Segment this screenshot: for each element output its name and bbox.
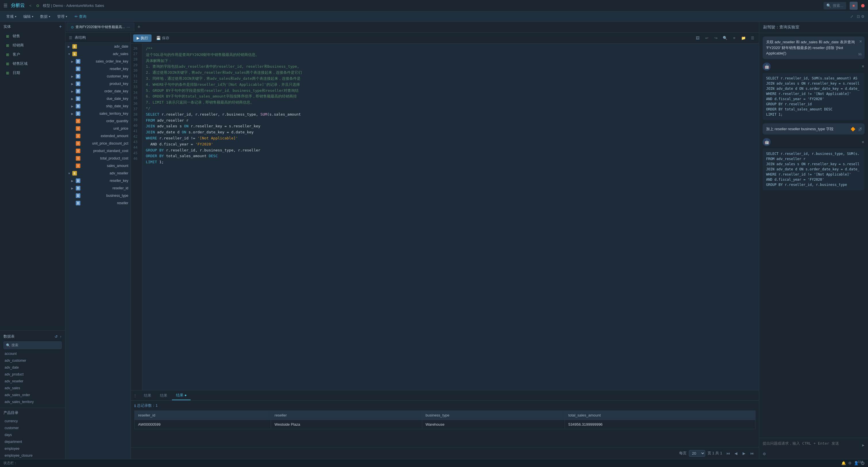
user-avatar[interactable]: ■ — [849, 2, 858, 10]
entity-label-date: 日期 — [12, 70, 20, 75]
statusbar-settings-icon[interactable]: ⚙ — [848, 461, 851, 465]
table-item-department[interactable]: department — [0, 438, 65, 445]
table-item-adv-reseller[interactable]: adv_reseller — [0, 378, 65, 385]
sidebar-item-date[interactable]: ⊞ 日期 — [0, 68, 65, 77]
tree-item-sales-territory-key[interactable]: ▶ D sales_territory_key — [65, 110, 131, 117]
tree-item-due-date-key[interactable]: ▶ D due_date_key — [65, 95, 131, 102]
execute-button[interactable]: ▶ 执行 — [133, 34, 152, 42]
entity-list: ⊞ 销售 ⊞ 经销商 ⊞ 客户 ⊞ 销售区域 ⊞ 日期 — [0, 32, 65, 330]
sidebar-add-button[interactable]: + — [59, 24, 62, 29]
tree-item-upd-pct[interactable]: I unit_price_discount_pct — [65, 140, 131, 147]
toolbar-icon-open[interactable]: 📁 — [739, 34, 747, 42]
tree-item-sales-amount[interactable]: I sales_amount — [65, 162, 131, 170]
menu-item-query[interactable]: ✏ 查询 — [71, 13, 90, 20]
table-item-currency[interactable]: currency — [0, 418, 65, 425]
save-button[interactable]: 💾 保存 — [153, 34, 173, 42]
tree-item-ship-date-key[interactable]: ▶ D ship_date_key — [65, 102, 131, 110]
tree-item-adv-sales[interactable]: ▼ E adv_sales — [65, 50, 131, 58]
ai-close-2[interactable]: ✕ — [861, 140, 865, 144]
tab-add[interactable]: + — [135, 23, 143, 31]
toolbar-icon-image[interactable]: 🖼 — [693, 34, 702, 42]
menu-general-label: 常规 — [6, 14, 14, 19]
fullscreen-icon[interactable]: ⊡ — [857, 14, 860, 19]
avatar-icon: ■ — [852, 3, 855, 8]
tree-item-adv-reseller[interactable]: ▼ E adv_reseller — [65, 170, 131, 177]
tree-item-total-product-cost[interactable]: I total_product_cost — [65, 155, 131, 162]
nav-back-icon[interactable]: < — [29, 3, 32, 8]
expand-icon[interactable]: ⤢ — [850, 14, 854, 19]
tree-item-sales-order-line-key[interactable]: ▶ D sales_order_line_key — [65, 58, 131, 65]
tree-item-unit-price[interactable]: I unit_price — [65, 125, 131, 132]
toolbar-icon-search[interactable]: 🔍 — [721, 34, 729, 42]
page-prev-btn[interactable]: ◀ — [733, 450, 739, 457]
col-reseller: reseller — [271, 411, 422, 420]
tree-item-business-type[interactable]: D business_type — [65, 192, 131, 199]
tab-more-icon[interactable]: ⋯ — [127, 25, 130, 29]
table-item-customer[interactable]: customer — [0, 425, 65, 431]
result-tab-1[interactable]: 结果 — [140, 391, 155, 400]
table-item-adv-sales-territory[interactable]: adv_sales_territory — [0, 398, 65, 405]
refresh-icon[interactable]: ↺ — [55, 334, 58, 339]
table-item-employee[interactable]: employee — [0, 445, 65, 452]
menu-item-edit[interactable]: 编辑 ▾ — [20, 13, 36, 20]
ai-text-input[interactable] — [763, 441, 859, 449]
table-item-days[interactable]: days — [0, 431, 65, 438]
statusbar-bell-icon[interactable]: 🔔 — [841, 461, 846, 465]
search-placeholder: 搜索... — [833, 3, 843, 8]
page-last-btn[interactable]: ⏭ — [749, 450, 755, 457]
tree-item-reseller[interactable]: D reseller — [65, 199, 131, 207]
table-item-adv-product[interactable]: adv_product — [0, 371, 65, 378]
menu-icon[interactable]: ☰ — [3, 3, 7, 8]
tab-query[interactable]: ⊙ 查询FY2020财年中销售额最高... ⋯ — [67, 23, 134, 32]
search-bar[interactable]: 🔍 搜索... — [824, 2, 846, 9]
table-item-employee-closure[interactable]: employee_closure — [0, 452, 65, 459]
upload-icon[interactable]: ↑ — [60, 334, 62, 339]
table-item-adv-sales[interactable]: adv_sales — [0, 385, 65, 392]
result-tab-2[interactable]: 结果 — [156, 391, 172, 400]
page-next-btn[interactable]: ▶ — [741, 450, 747, 457]
sidebar-item-territory[interactable]: ⊞ 销售区域 — [0, 59, 65, 68]
tree-item-customer-key[interactable]: ▶ D customer_key — [65, 73, 131, 80]
menu-item-data[interactable]: 数据 ▾ — [37, 13, 53, 20]
results-tab-menu-icon[interactable]: ⋮ — [133, 393, 137, 398]
settings-icon[interactable]: ⚙ — [861, 14, 865, 19]
sidebar-item-customer[interactable]: ⊞ 客户 — [0, 50, 65, 59]
tree-item-product-key[interactable]: ▶ D product_key — [65, 80, 131, 88]
msg-close-1[interactable]: ✕ — [859, 39, 862, 44]
code-editor[interactable]: 26 27 28 29 30 31 32 33 34 35 36 37 38 3… — [131, 43, 759, 390]
sidebar-item-sales[interactable]: ⊞ 销售 — [0, 32, 65, 41]
ai-tools: ⚙ — [763, 452, 865, 456]
table-search-input[interactable]: 🔍 搜索 — [3, 341, 62, 349]
toolbar-icon-format[interactable]: ≡ — [730, 34, 738, 42]
toolbar-icon-undo[interactable]: ↩ — [703, 34, 711, 42]
tree-item-reseller-id[interactable]: ▶ D reseller_id — [65, 185, 131, 192]
product-section-title: 产品目录 — [3, 410, 19, 415]
ai-send-button[interactable]: ➤ — [861, 443, 865, 447]
tree-item-reseller-key[interactable]: D reseller_key — [65, 65, 131, 73]
page-first-btn[interactable]: ⏮ — [724, 450, 732, 457]
ai-close-1[interactable]: ✕ — [861, 64, 865, 69]
table-item-adv-date[interactable]: adv_date — [0, 364, 65, 371]
tree-item-reseller-key2[interactable]: ▶ D reseller_key — [65, 177, 131, 185]
menu-item-manage[interactable]: 管理 ▾ — [54, 13, 70, 20]
result-tab-3[interactable]: 结果 ● — [172, 391, 191, 400]
table-item-adv-sales-order[interactable]: adv_sales_order — [0, 392, 65, 398]
page-size-select[interactable]: 20 50 100 — [689, 450, 705, 457]
sidebar-item-reseller[interactable]: ⊞ 经销商 — [0, 41, 65, 50]
tree-item-product-std-cost[interactable]: I product_standard_cost — [65, 147, 131, 155]
code-content[interactable]: /** 这个SQL语句的作用是查询FY2020财年中销售额最高的经销商信息。 具… — [143, 43, 759, 390]
table-item-adv-customer[interactable]: adv_customer — [0, 357, 65, 364]
toolbar-icon-redo[interactable]: ↪ — [712, 34, 720, 42]
tree-item-adv-date[interactable]: ▶ E adv_date — [65, 43, 131, 50]
table-item-account[interactable]: account — [0, 350, 65, 357]
tree-item-order-qty[interactable]: I order_quantity — [65, 117, 131, 125]
toolbar-icon-menu[interactable]: ☰ — [749, 34, 756, 42]
tree-item-extended-amount[interactable]: I extended_amount — [65, 132, 131, 140]
badge-E-adv-sales: E — [72, 52, 77, 56]
menu-item-general[interactable]: 常规 ▾ — [3, 13, 19, 20]
panel-menu-icon[interactable]: ☰ — [69, 36, 72, 40]
ai-panel: 副驾驶：查询实验室 关联 adv_reseller 和 adv_sales 和 … — [759, 22, 868, 459]
tree-item-order-date-key[interactable]: ▶ D order_date_key — [65, 88, 131, 95]
ai-filter-icon[interactable]: ⚙ — [763, 452, 766, 456]
ai-input-row: ➤ — [763, 441, 865, 449]
